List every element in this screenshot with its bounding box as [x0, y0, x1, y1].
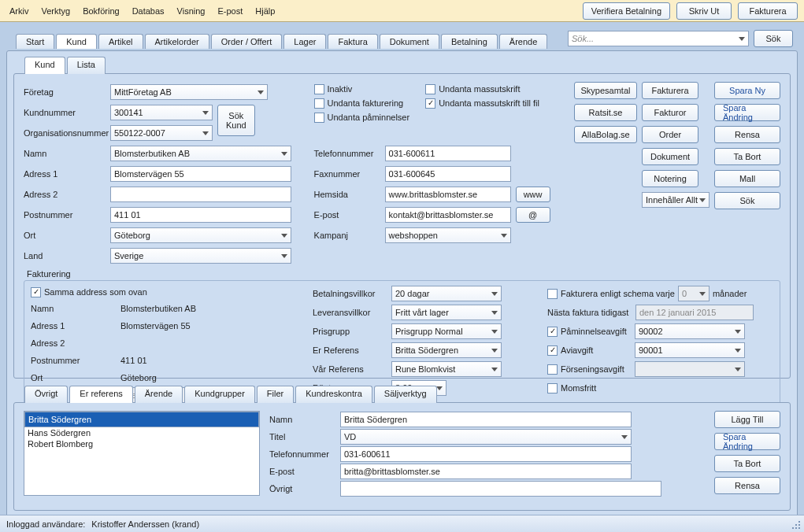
- menu-visning[interactable]: Visning: [171, 3, 212, 19]
- email-button[interactable]: @: [516, 207, 550, 223]
- btab-kundgrupper[interactable]: Kundgrupper: [184, 386, 255, 403]
- ratsit-button[interactable]: Ratsit.se: [574, 104, 637, 121]
- reminder-fee-select[interactable]: 90002: [635, 323, 745, 339]
- addr2-field[interactable]: [110, 187, 291, 202]
- contact-add-button[interactable]: Lägg Till: [714, 411, 780, 428]
- tab-artikel[interactable]: Artikel: [98, 34, 143, 49]
- customer-name-field[interactable]: Blomsterbutiken AB: [110, 146, 291, 161]
- dokument-button[interactable]: Dokument: [642, 148, 698, 165]
- price-group-select[interactable]: Prisgrupp Normal: [391, 323, 502, 339]
- contact-delete-button[interactable]: Ta Bort: [714, 455, 780, 472]
- fax-field[interactable]: 031-600645: [385, 166, 511, 182]
- menu-epost[interactable]: E-post: [212, 3, 250, 19]
- verify-payment-button[interactable]: Verifiera Betalning: [583, 2, 670, 20]
- tab-betalning[interactable]: Betalning: [441, 34, 498, 49]
- payment-terms-select[interactable]: 20 dagar: [391, 286, 502, 301]
- tab-dokument[interactable]: Dokument: [380, 34, 439, 49]
- contact-name-field[interactable]: Britta Södergren: [340, 412, 632, 427]
- chk-late-fee[interactable]: [547, 364, 558, 375]
- your-ref-select[interactable]: Britta Södergren: [391, 342, 502, 358]
- tab-lager[interactable]: Lager: [283, 34, 326, 49]
- tab-order-offert[interactable]: Order / Offert: [211, 34, 283, 49]
- tab-start[interactable]: Start: [16, 34, 54, 49]
- menu-hjalp[interactable]: Hjälp: [249, 3, 281, 19]
- customer-number-select[interactable]: 300141: [110, 105, 213, 120]
- contact-other-field[interactable]: [340, 481, 661, 497]
- btab-filer[interactable]: Filer: [257, 386, 294, 403]
- chk-undanta-massutskrift[interactable]: [425, 84, 435, 94]
- chevron-down-icon: [491, 292, 498, 296]
- fakturera-button[interactable]: Fakturera: [642, 82, 698, 99]
- allabolag-button[interactable]: AllaBolag.se: [574, 126, 637, 143]
- contact-email-field[interactable]: britta@brittasblomster.se: [340, 464, 632, 479]
- list-item[interactable]: Robert Blomberg: [24, 438, 259, 449]
- global-search-button[interactable]: Sök: [754, 30, 793, 47]
- search-customer-button[interactable]: SökKund: [217, 105, 255, 136]
- menu-verktyg[interactable]: Verktyg: [35, 3, 76, 19]
- phone-field[interactable]: 031-600611: [385, 146, 511, 161]
- list-item[interactable]: Hans Södergren: [24, 427, 259, 438]
- contact-save-button[interactable]: Spara Ändring: [714, 433, 780, 450]
- list-item[interactable]: Britta Södergren: [24, 412, 259, 427]
- search-mode-select[interactable]: Innehåller Allt: [642, 192, 710, 208]
- chk-same-address[interactable]: ✓: [31, 287, 41, 297]
- menu-bokforing[interactable]: Bokföring: [76, 3, 125, 19]
- contacts-listbox[interactable]: Britta Södergren Hans Södergren Robert B…: [24, 411, 260, 496]
- schedule-months-field[interactable]: 0: [678, 286, 710, 301]
- campaign-select[interactable]: webshoppen: [385, 227, 511, 243]
- website-field[interactable]: www.brittasblomster.se: [385, 187, 511, 202]
- contact-clear-button[interactable]: Rensa: [714, 477, 780, 494]
- late-fee-select[interactable]: [635, 361, 745, 377]
- postnr-field[interactable]: 411 01: [110, 207, 291, 223]
- menu-arkiv[interactable]: Arkiv: [3, 3, 35, 19]
- tab-kund[interactable]: Kund: [56, 34, 97, 49]
- subtab-kund[interactable]: Kund: [24, 57, 65, 74]
- our-ref-select[interactable]: Rune Blomkvist: [391, 361, 502, 377]
- notering-button[interactable]: Notering: [642, 170, 698, 187]
- search-button[interactable]: Sök: [714, 192, 780, 209]
- btab-ovrigt[interactable]: Övrigt: [24, 386, 68, 403]
- fakturor-button[interactable]: Fakturor: [642, 104, 698, 121]
- chk-undanta-fakturering[interactable]: [314, 98, 324, 109]
- save-change-button[interactable]: Spara Ändring: [714, 104, 780, 121]
- label-contact-namn: Namn: [269, 415, 340, 424]
- subtab-lista[interactable]: Lista: [67, 57, 106, 74]
- chk-inaktiv[interactable]: [314, 84, 324, 94]
- contact-title-select[interactable]: VD: [340, 429, 632, 445]
- notice-fee-select[interactable]: 90001: [635, 342, 745, 358]
- chk-notice-fee[interactable]: ✓: [547, 345, 558, 356]
- next-invoice-date[interactable]: den 12 januari 2015: [635, 305, 754, 320]
- order-button[interactable]: Order: [642, 126, 698, 143]
- template-button[interactable]: Mall: [714, 170, 780, 187]
- chk-undanta-massutskrift-fil[interactable]: ✓: [425, 98, 435, 109]
- clear-button[interactable]: Rensa: [714, 126, 780, 143]
- btab-kundreskontra[interactable]: Kundreskontra: [295, 386, 372, 403]
- global-search-input[interactable]: Sök...: [568, 31, 749, 46]
- btab-arende[interactable]: Ärende: [135, 386, 183, 403]
- chk-vat-free[interactable]: [547, 383, 558, 393]
- tab-arende[interactable]: Ärende: [499, 34, 547, 49]
- btab-saljverktyg[interactable]: Säljverktyg: [374, 386, 437, 403]
- btab-er-referens[interactable]: Er referens: [69, 386, 132, 403]
- menu-databas[interactable]: Databas: [126, 3, 171, 19]
- resize-grip-icon[interactable]: [791, 520, 801, 530]
- email-field[interactable]: kontakt@brittasblomster.se: [385, 207, 511, 223]
- company-select[interactable]: MittFöretag AB: [110, 84, 268, 100]
- save-new-button[interactable]: Spara Ny: [714, 82, 780, 99]
- skype-button[interactable]: Skypesamtal: [574, 82, 637, 99]
- www-button[interactable]: www: [516, 187, 550, 202]
- tab-faktura[interactable]: Faktura: [328, 34, 377, 49]
- invoice-button[interactable]: Fakturera: [738, 2, 798, 20]
- contact-phone-field[interactable]: 031-600611: [340, 446, 632, 462]
- tab-artikelorder[interactable]: Artikelorder: [145, 34, 209, 49]
- delete-button[interactable]: Ta Bort: [714, 148, 780, 165]
- chk-undanta-paminnelser[interactable]: [314, 113, 324, 123]
- chk-reminder-fee[interactable]: ✓: [547, 327, 558, 337]
- print-button[interactable]: Skriv Ut: [676, 2, 732, 20]
- orgnr-select[interactable]: 550122-0007: [110, 125, 213, 141]
- addr1-field[interactable]: Blomstervägen 55: [110, 166, 291, 182]
- delivery-terms-select[interactable]: Fritt vårt lager: [391, 305, 502, 320]
- ort-select[interactable]: Göteborg: [110, 227, 291, 243]
- land-select[interactable]: Sverige: [110, 248, 291, 264]
- chk-invoice-schedule[interactable]: [547, 289, 558, 299]
